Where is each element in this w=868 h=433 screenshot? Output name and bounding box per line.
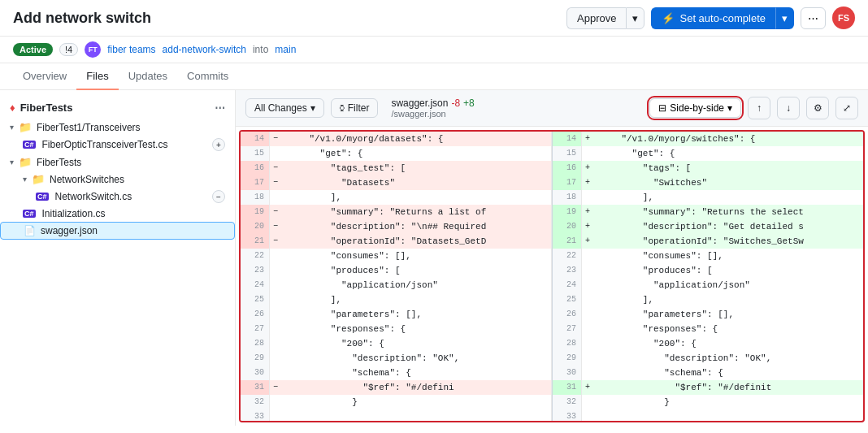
diff-line: 14+ "/v1.0/myorg/switches": { xyxy=(553,132,863,146)
remove-file-button[interactable]: − xyxy=(212,190,225,203)
diff-line: 19+ "summary": "Returns the select xyxy=(553,205,863,219)
diff-marker xyxy=(582,409,593,421)
tab-overview[interactable]: Overview xyxy=(13,63,76,90)
approve-dropdown-button[interactable]: ▾ xyxy=(626,7,644,29)
author-name: fiber teams xyxy=(107,44,155,55)
diff-marker: − xyxy=(270,132,281,146)
tab-commits[interactable]: Commits xyxy=(177,63,238,90)
scroll-up-button[interactable]: ↑ xyxy=(748,97,770,119)
branch-from[interactable]: add-network-switch xyxy=(163,44,246,55)
line-content: "operationId": "Datasets_GetD xyxy=(281,234,551,249)
json-icon: 📄 xyxy=(24,225,36,236)
sidebar-header[interactable]: ♦ FiberTests ⋯ xyxy=(0,97,235,119)
line-content: "responses": { xyxy=(281,322,551,336)
line-number: 28 xyxy=(241,336,270,351)
cs-icon: C# xyxy=(23,141,36,149)
line-content: "200": { xyxy=(593,336,863,351)
sidebar-item-fibertests[interactable]: ▾ 📁 FiberTests xyxy=(0,154,235,171)
line-number: 23 xyxy=(553,263,582,278)
line-number: 21 xyxy=(241,234,270,249)
filter-button[interactable]: ⧲ Filter xyxy=(331,98,379,118)
diff-pane-left[interactable]: 14− "/v1.0/myorg/datasets": {15 "get": {… xyxy=(241,132,552,421)
line-number: 28 xyxy=(553,336,582,351)
approve-button[interactable]: Approve xyxy=(566,7,626,29)
into-text: into xyxy=(253,44,268,55)
side-by-side-icon: ⊟ xyxy=(658,102,666,114)
diff-marker xyxy=(270,366,281,380)
diff-line: 31− "$ref": "#/defini xyxy=(241,380,551,395)
diff-marker: − xyxy=(270,205,281,219)
diff-line: 27 "responses": { xyxy=(553,322,863,336)
kebab-menu-button[interactable]: ⋯ xyxy=(801,7,826,29)
diff-pane-right[interactable]: 14+ "/v1.0/myorg/switches": {15 "get": {… xyxy=(553,132,863,421)
settings-button[interactable]: ⚙ xyxy=(806,97,829,119)
all-changes-button[interactable]: All Changes ▾ xyxy=(245,98,324,118)
diff-line: 21+ "operationId": "Switches_GetSw xyxy=(553,234,863,249)
diff-marker xyxy=(270,409,281,421)
file-path: /swagger.json xyxy=(391,109,474,119)
line-number: 30 xyxy=(241,366,270,380)
folder-label-3: NetworkSwitches xyxy=(50,174,124,185)
diff-line: 32 } xyxy=(241,395,551,409)
sidebar-item-networkswitches[interactable]: ▾ 📁 NetworkSwitches xyxy=(0,171,235,188)
folder-icon: 📁 xyxy=(19,121,32,133)
diff-wrapper: 14− "/v1.0/myorg/datasets": {15 "get": {… xyxy=(239,130,865,422)
line-content: "description": "OK", xyxy=(281,351,551,366)
diff-line: 25 ], xyxy=(241,292,551,307)
diff-line: 24 "application/json" xyxy=(241,278,551,292)
autocomplete-icon: ⚡ xyxy=(662,12,675,24)
folder-label: FiberTest1/Transceivers xyxy=(37,122,141,133)
diff-line: 15 "get": { xyxy=(241,146,551,161)
line-content xyxy=(281,409,551,421)
line-content: "parameters": [], xyxy=(593,307,863,322)
line-number: 29 xyxy=(553,351,582,366)
line-content: "tags": [ xyxy=(593,161,863,175)
autocomplete-dropdown-button[interactable]: ▾ xyxy=(775,7,794,29)
tab-updates[interactable]: Updates xyxy=(119,63,177,90)
set-autocomplete-button-group: ⚡ Set auto-complete ▾ xyxy=(651,7,794,29)
side-by-side-button[interactable]: ⊟ Side-by-side ▾ xyxy=(649,98,741,118)
tab-files[interactable]: Files xyxy=(76,63,118,90)
line-number: 15 xyxy=(553,146,582,161)
line-number: 20 xyxy=(553,219,582,234)
line-number: 23 xyxy=(241,263,270,278)
sidebar-item-networkswitch[interactable]: C# NetworkSwitch.cs − xyxy=(0,188,235,206)
scroll-down-button[interactable]: ↓ xyxy=(777,97,800,119)
folder-icon-2: 📁 xyxy=(19,156,32,168)
line-content: "description": "Get detailed s xyxy=(593,219,863,234)
sidebar-kebab[interactable]: ⋯ xyxy=(215,102,225,114)
sidebar-item-fibertest1[interactable]: ▾ 📁 FiberTest1/Transceivers xyxy=(0,119,235,136)
diff-marker xyxy=(582,351,593,366)
branch-into[interactable]: main xyxy=(275,44,296,55)
set-autocomplete-button[interactable]: ⚡ Set auto-complete xyxy=(651,7,775,29)
line-number: 27 xyxy=(241,322,270,336)
line-content: "Switches" xyxy=(593,175,863,190)
diff-line: 22 "consumes": [], xyxy=(241,249,551,263)
diff-marker xyxy=(270,351,281,366)
diff-line: 16− "tags_test": [ xyxy=(241,161,551,175)
user-avatar[interactable]: FS xyxy=(832,6,855,29)
line-content: "consumes": [], xyxy=(281,249,551,263)
line-content: "parameters": [], xyxy=(281,307,551,322)
line-content: "description": "OK", xyxy=(593,351,863,366)
diff-marker: + xyxy=(582,205,593,219)
pr-count-badge: !4 xyxy=(59,43,78,56)
right-panel: All Changes ▾ ⧲ Filter swagger.json -8 +… xyxy=(236,90,868,426)
sidebar-item-fiberoptic[interactable]: C# FiberOpticTransceiverTest.cs + xyxy=(0,136,235,154)
line-content: "$ref": "#/defini xyxy=(281,380,551,395)
sidebar-item-swagger[interactable]: 📄 swagger.json xyxy=(0,222,235,240)
line-content: "schema": { xyxy=(281,366,551,380)
sidebar-item-initialization[interactable]: C# Initialization.cs xyxy=(0,206,235,222)
fullscreen-button[interactable]: ⤢ xyxy=(835,97,858,119)
nav-tabs: Overview Files Updates Commits xyxy=(0,63,868,90)
diff-line: 20− "description": "\n## Required xyxy=(241,219,551,234)
diff-line: 27 "responses": { xyxy=(241,322,551,336)
line-number: 18 xyxy=(553,190,582,205)
line-number: 27 xyxy=(553,322,582,336)
line-number: 22 xyxy=(553,249,582,263)
line-number: 16 xyxy=(553,161,582,175)
add-file-button[interactable]: + xyxy=(212,138,225,151)
dropdown-icon: ▾ xyxy=(310,102,315,114)
cs-icon-3: C# xyxy=(23,210,36,218)
line-number: 29 xyxy=(241,351,270,366)
